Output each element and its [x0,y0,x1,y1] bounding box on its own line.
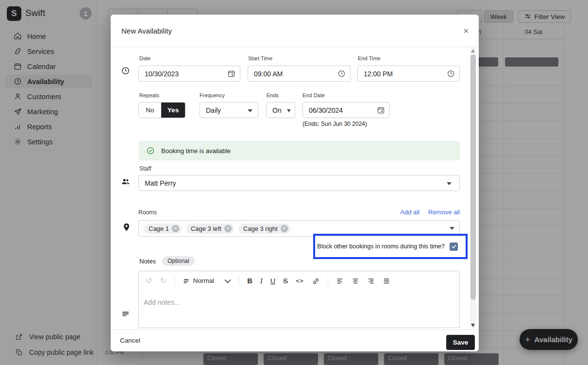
room-chip-label: Cage 3 right [243,225,278,232]
end-date-label: End Date [302,92,325,98]
save-button[interactable]: Save [446,335,475,350]
room-chip-label: Cage 3 left [191,225,221,232]
modal-title: New Availability [121,27,172,35]
chevron-down-icon [447,182,452,185]
modal-scrollbar[interactable] [470,48,476,329]
align-left-button[interactable] [336,278,344,284]
room-chip[interactable]: Cage 3 right ✕ [238,224,290,234]
insert-link-button[interactable] [312,277,320,285]
location-pin-icon [122,223,131,232]
justify-button[interactable] [383,278,390,284]
align-right-button[interactable] [367,278,375,284]
notes-label: Notes [139,258,156,265]
cancel-button[interactable]: Cancel [120,337,140,344]
chevron-down-icon [224,279,231,283]
notes-lines-icon [121,309,130,318]
chevron-down-icon [450,227,454,230]
frequency-value: Daily [206,106,221,114]
new-availability-modal: New Availability ✕ Date Start Time End T… [111,15,479,351]
add-all-link[interactable]: Add all [400,209,420,216]
chevron-down-icon [287,109,291,112]
modal-scrollbar-thumb[interactable] [470,54,476,300]
room-chip[interactable]: Cage 1 ✕ [144,224,182,234]
start-time-value: 09:00 AM [254,70,283,78]
end-date-hint: (Ends: Sun Jun 30 2024) [302,121,367,127]
end-date-value: 06/30/2024 [309,106,343,114]
code-button[interactable]: <> [296,278,304,284]
undo-icon[interactable]: ↺ [146,277,152,285]
block-bookings-label: Block other bookings in rooms during thi… [317,243,445,250]
repeats-no-button[interactable]: No [139,103,161,118]
clock-picker-icon[interactable] [337,70,346,78]
paragraph-style-button[interactable]: Normal [183,278,232,284]
remove-all-link[interactable]: Remove all [428,209,460,216]
frequency-label: Frequency [200,92,225,98]
repeats-label: Repeats [139,92,159,98]
modal-header: New Availability ✕ [111,15,479,47]
rooms-header-row: Rooms Add all Remove all [138,209,460,216]
editor-toolbar: ↺ ↻ Normal B I U S <> [139,271,459,291]
ends-value: On [272,106,282,114]
date-input[interactable]: 10/30/2023 [138,66,240,82]
block-bookings-checkbox[interactable] [450,243,458,251]
room-chip[interactable]: Cage 3 left ✕ [186,224,234,234]
remove-chip-icon[interactable]: ✕ [224,225,232,232]
close-icon[interactable]: ✕ [463,27,469,35]
check-icon [451,243,457,249]
underline-button[interactable]: U [270,278,275,285]
availability-status-banner: Booking time is available [138,141,460,160]
rooms-label: Rooms [138,209,157,216]
check-circle-icon [146,146,155,155]
clock-icon [121,66,130,75]
repeats-toggle: No Yes [138,102,185,118]
start-time-label: Start Time [248,55,272,61]
repeats-yes-button[interactable]: Yes [161,103,185,118]
end-time-label: End Time [358,55,380,61]
banner-text: Booking time is available [161,147,231,155]
optional-badge: Optional [162,256,195,266]
calendar-picker-icon[interactable] [377,106,385,114]
staff-select[interactable]: Matt Perry [138,175,460,191]
notes-input[interactable]: Add notes... [144,298,180,306]
bold-button[interactable]: B [247,278,252,285]
frequency-select[interactable]: Daily [200,102,258,118]
ends-label: Ends [267,92,279,98]
end-date-input[interactable]: 06/30/2024 [302,102,390,118]
end-time-input[interactable]: 12:00 PM [357,66,460,82]
notes-editor: ↺ ↻ Normal B I U S <> [138,271,460,328]
align-center-button[interactable] [352,278,359,284]
ends-select[interactable]: On [266,102,295,118]
chevron-down-icon [248,109,252,112]
staff-label: Staff [139,165,151,172]
scroll-down-icon[interactable] [471,324,475,327]
modal-footer: Cancel Save [111,330,479,351]
remove-chip-icon[interactable]: ✕ [172,225,179,232]
style-name: Normal [193,278,215,284]
end-time-value: 12:00 PM [364,70,393,78]
calendar-picker-icon[interactable] [227,70,235,78]
strikethrough-button[interactable]: S [283,278,288,285]
scroll-up-icon[interactable] [471,49,475,52]
italic-button[interactable]: I [260,278,263,285]
start-time-input[interactable]: 09:00 AM [248,66,351,82]
redo-icon[interactable]: ↻ [160,277,166,285]
notes-header-row: Notes Optional [139,256,195,266]
staff-value: Matt Perry [145,179,176,187]
date-label: Date [139,55,151,61]
people-icon [121,177,130,186]
date-value: 10/30/2023 [145,70,179,78]
screen: S Swift Home Services Calendar Availabil… [0,0,588,365]
room-chip-label: Cage 1 [149,225,169,232]
block-bookings-highlight-box: Block other bookings in rooms during thi… [313,234,468,259]
paragraph-lines-icon [183,278,190,284]
remove-chip-icon[interactable]: ✕ [281,225,288,232]
clock-picker-icon[interactable] [447,70,455,78]
